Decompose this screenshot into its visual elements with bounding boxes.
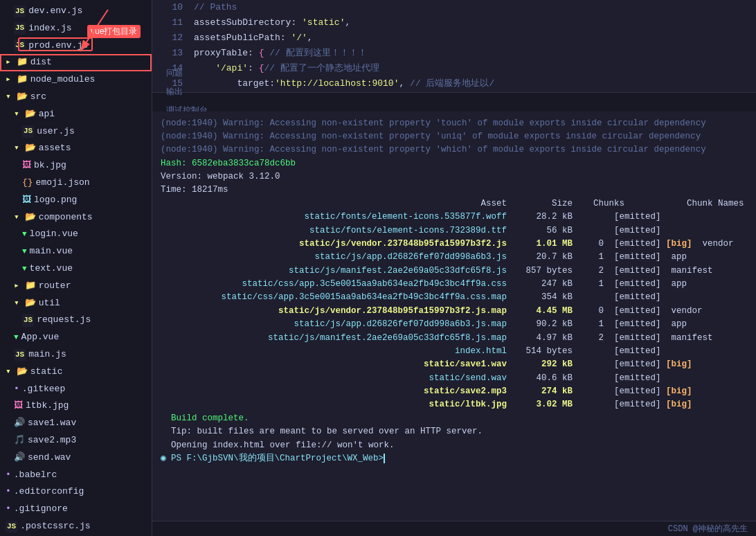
terminal-line: (node:1940) Warning: Accessing non-exist… bbox=[161, 130, 748, 143]
sidebar-label-save2-mp3: save2.mp3 bbox=[28, 434, 76, 448]
terminal-line: static/js/manifest.2ae2e69a05c33dfc65f8.… bbox=[161, 265, 748, 278]
bottom-bar: CSDN @神秘的高先生 bbox=[152, 521, 756, 536]
terminal-line: static/fonts/element-icons.535877f.woff … bbox=[161, 211, 748, 224]
sidebar-label-logo-png: logo.png bbox=[34, 193, 77, 208]
sidebar-label-dist: dist bbox=[30, 55, 52, 70]
tab-问题[interactable]: 问题 bbox=[158, 64, 216, 83]
sidebar-label-main-vue: main.vue bbox=[30, 244, 73, 259]
sidebar-item-main-js[interactable]: JSmain.js bbox=[0, 346, 152, 364]
code-editor: 10// Paths11assetsSubDirectory: 'static'… bbox=[152, 0, 756, 92]
terminal-line: static/fonts/element-icons.732389d.ttf 5… bbox=[161, 224, 748, 238]
line-number-10: 10 bbox=[158, 0, 183, 15]
line-number-12: 12 bbox=[158, 30, 183, 46]
terminal-line: Asset Size Chunks Chunk Names bbox=[161, 197, 748, 211]
sidebar-item-index-js[interactable]: JSindex.js bbox=[0, 20, 152, 37]
sidebar-label-static: static bbox=[30, 365, 63, 379]
code-line-10: 10// Paths bbox=[152, 0, 756, 15]
line-number-13: 13 bbox=[158, 46, 183, 61]
sidebar-item-save1-wav[interactable]: 🔊save1.wav bbox=[0, 415, 152, 432]
sidebar-item-router[interactable]: ▸ 📁router bbox=[0, 278, 152, 295]
terminal-line: (node:1940) Warning: Accessing non-exist… bbox=[161, 143, 748, 157]
terminal-line: static/js/manifest.2ae2e69a05c33dfc65f8.… bbox=[161, 332, 748, 345]
terminal-line: static/js/app.d26826fef07dd998a6b3.js.ma… bbox=[161, 318, 748, 331]
sidebar-item-save2-mp3[interactable]: 🎵save2.mp3 bbox=[0, 432, 152, 449]
sidebar-item-user-js[interactable]: JSuser.js bbox=[0, 123, 152, 141]
sidebar-label-editorconfig: .editorconfig bbox=[14, 485, 84, 499]
sidebar-item-components[interactable]: ▾ 📂components bbox=[0, 209, 152, 226]
terminal-line: Build complete. bbox=[161, 412, 748, 425]
sidebar-item-ltbk-jpg[interactable]: 🖼ltbk.jpg bbox=[0, 397, 152, 415]
sidebar-item-editorconfig[interactable]: •.editorconfig bbox=[0, 483, 152, 501]
terminal-line: static/js/vendor.237848b95fa15997b3f2.js… bbox=[161, 238, 748, 251]
terminal-line: ◉ PS F:\GjbSVN\我的项目\ChartProject\WX_Web> bbox=[161, 452, 748, 465]
sidebar-item-text-vue[interactable]: ▼text.vue bbox=[0, 260, 152, 278]
sidebar-label-main-js: main.js bbox=[28, 348, 66, 362]
terminal-line: index.html 514 bytes [emitted] bbox=[161, 345, 748, 358]
file-explorer: JSdev.env.jsJSindex.jsJSprod.env.js▸ 📁di… bbox=[0, 0, 152, 536]
sidebar-label-request-js: request.js bbox=[37, 313, 91, 328]
sidebar-item-request-js[interactable]: JSrequest.js bbox=[0, 312, 152, 329]
sidebar-label-gitkeep: .gitkeep bbox=[22, 382, 65, 397]
terminal-line: static/ltbk.jpg 3.02 MB [emitted] [big] bbox=[161, 398, 748, 411]
sidebar-item-static[interactable]: ▾ 📂static bbox=[0, 364, 152, 381]
code-line-14: 14 '/api': {// 配置了一个静态地址代理 bbox=[152, 61, 756, 76]
sidebar-item-bk-jpg[interactable]: 🖼bk.jpg bbox=[0, 157, 152, 175]
sidebar-label-gitignore: .gitignore bbox=[14, 502, 68, 517]
sidebar-label-dev-env: dev.env.js bbox=[28, 4, 82, 19]
sidebar-item-gitignore[interactable]: •.gitignore bbox=[0, 501, 152, 518]
sidebar-label-login-vue: login.vue bbox=[30, 227, 78, 242]
sidebar-item-babelrc[interactable]: •.babelrc bbox=[0, 467, 152, 484]
sidebar-label-emoji-json: emoji.json bbox=[36, 176, 90, 190]
sidebar-item-assets[interactable]: ▾ 📂assets bbox=[0, 140, 152, 157]
line-number-11: 11 bbox=[158, 15, 183, 30]
sidebar-label-util: util bbox=[39, 296, 60, 311]
sidebar-item-logo-png[interactable]: 🖼logo.png bbox=[0, 192, 152, 209]
sidebar-item-node-modules[interactable]: ▸ 📁node_modules bbox=[0, 71, 152, 89]
sidebar-item-postcssrc[interactable]: JS.postcssrc.js bbox=[0, 518, 152, 535]
sidebar-item-dist[interactable]: ▸ 📁dist bbox=[0, 54, 152, 71]
sidebar-item-src[interactable]: ▾ 📂src bbox=[0, 89, 152, 106]
terminal-line: (node:1940) Warning: Accessing non-exist… bbox=[161, 117, 748, 130]
sidebar-item-send-wav[interactable]: 🔊send.wav bbox=[0, 449, 152, 467]
sidebar-label-postcssrc: .postcssrc.js bbox=[20, 519, 90, 534]
sidebar-label-router: router bbox=[39, 279, 71, 294]
terminal-line: Tip: built files are meant to be served … bbox=[161, 425, 748, 438]
right-panel: 10// Paths11assetsSubDirectory: 'static'… bbox=[152, 0, 756, 536]
sidebar-label-api: api bbox=[39, 107, 55, 122]
sidebar-item-util[interactable]: ▾ 📂util bbox=[0, 295, 152, 312]
sidebar-item-login-vue[interactable]: ▼login.vue bbox=[0, 226, 152, 243]
terminal-line: static/save2.mp3 274 kB [emitted] [big] bbox=[161, 385, 748, 398]
sidebar-label-index-js: index.js bbox=[28, 21, 71, 36]
sidebar-label-send-wav: send.wav bbox=[28, 451, 71, 465]
sidebar-label-save1-wav: save1.wav bbox=[28, 416, 76, 431]
sidebar-label-prod-env: prod.env.js bbox=[28, 39, 88, 53]
sidebar-item-api[interactable]: ▾ 📂api bbox=[0, 106, 152, 123]
code-line-11: 11assetsSubDirectory: 'static', bbox=[152, 15, 756, 30]
sidebar-item-dev-env[interactable]: JSdev.env.js bbox=[0, 3, 152, 20]
terminal-line: Version: webpack 3.12.0 bbox=[161, 170, 748, 184]
terminal-line: static/save1.wav 292 kB [emitted] [big] bbox=[161, 358, 748, 371]
tab-输出[interactable]: 输出 bbox=[158, 83, 216, 102]
terminal-output[interactable]: (node:1940) Warning: Accessing non-exist… bbox=[152, 111, 756, 521]
sidebar-label-babelrc: .babelrc bbox=[14, 468, 57, 483]
sidebar-label-components: components bbox=[39, 211, 93, 225]
sidebar-label-app-vue: App.vue bbox=[21, 330, 60, 345]
terminal-line: Time: 18217ms bbox=[161, 184, 748, 197]
sidebar-label-ltbk-jpg: ltbk.jpg bbox=[26, 399, 69, 413]
sidebar-label-user-js: user.js bbox=[37, 125, 75, 139]
sidebar-item-emoji-json[interactable]: {}emoji.json bbox=[0, 175, 152, 192]
terminal-line: static/js/app.d26826fef07dd998a6b3.js 20… bbox=[161, 251, 748, 264]
terminal-line: static/css/app.3c5e0015aa9ab634ea2fb49c3… bbox=[161, 291, 748, 304]
sidebar-item-app-vue[interactable]: ▼App.vue bbox=[0, 329, 152, 346]
sidebar-label-assets: assets bbox=[39, 141, 71, 156]
sidebar-item-main-vue[interactable]: ▼main.vue bbox=[0, 243, 152, 260]
code-line-13: 13proxyTable: { // 配置到这里！！！！ bbox=[152, 46, 756, 61]
branding-text: CSDN @神秘的高先生 bbox=[668, 523, 748, 535]
sidebar-item-gitkeep[interactable]: •.gitkeep bbox=[0, 381, 152, 398]
sidebar-item-prod-env[interactable]: JSprod.env.js bbox=[0, 37, 152, 55]
sidebar-label-bk-jpg: bk.jpg bbox=[34, 159, 66, 173]
terminal-tabs: 问题输出调试控制台终端 bbox=[152, 92, 756, 111]
sidebar-label-node-modules: node_modules bbox=[30, 73, 96, 87]
sidebar-label-src: src bbox=[30, 90, 46, 105]
terminal-line: static/css/app.3c5e0015aa9ab634ea2fb49c3… bbox=[161, 278, 748, 291]
